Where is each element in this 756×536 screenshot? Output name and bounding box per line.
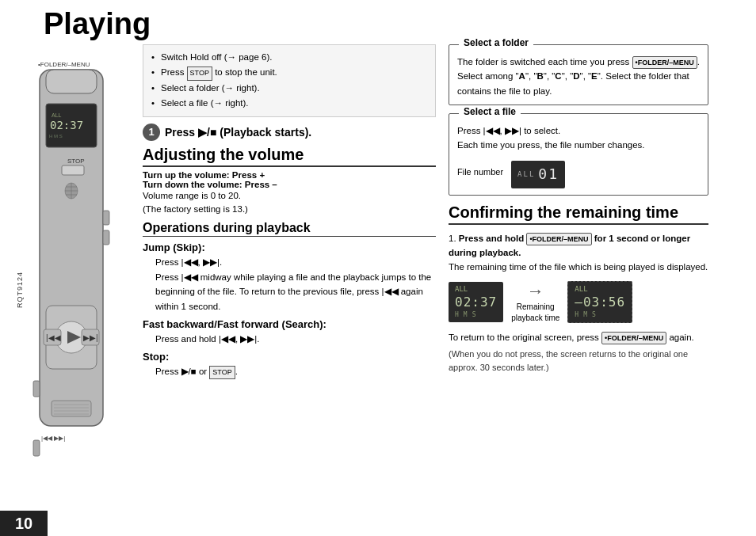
confirm-footer2: (When you do not press, the screen retur… <box>449 348 708 374</box>
svg-rect-15 <box>103 230 109 245</box>
operations-title: Operations during playback <box>143 221 436 237</box>
step-circle-1: 1 <box>143 124 160 141</box>
lcd-display-row: ALL 02:37 HMS → Remainingplayback time A… <box>449 281 708 324</box>
confirm-footer1: To return to the original screen, press … <box>449 330 708 344</box>
right-column: Select a folder The folder is switched e… <box>444 44 713 536</box>
jump-line1: Press |◀◀, ▶▶|. <box>143 255 436 269</box>
fast-title: Fast backward/Fast forward (Search): <box>143 318 436 330</box>
stop-icon: STOP <box>187 67 212 80</box>
select-file-box: Select a file Press |◀◀, ▶▶| to select. … <box>449 113 708 196</box>
file-prefix: ALL <box>517 169 535 180</box>
lcd1-top: ALL <box>455 285 497 295</box>
select-folder-box: Select a folder The folder is switched e… <box>449 44 708 105</box>
folder-box-title: Select a folder <box>459 37 533 48</box>
page: Playing RQT9124 •FOLDER/–MENU ALL 02: <box>0 0 756 536</box>
svg-text:STOP: STOP <box>67 158 85 165</box>
file-box-content: Press |◀◀, ▶▶| to select. Each time you … <box>449 114 708 195</box>
svg-rect-25 <box>33 381 40 397</box>
stop-title: Stop: <box>143 351 436 363</box>
svg-text:ALL: ALL <box>52 112 62 118</box>
page-number: 10 <box>0 511 48 536</box>
bullet-item-3: Select a folder (→ right). <box>151 81 427 97</box>
confirm-title: Confirming the remaining time <box>449 203 708 225</box>
file-number-label: File number <box>457 165 503 180</box>
jump-line2: Press |◀◀ midway while playing a file an… <box>143 270 436 314</box>
volume-line4: (The factory setting is 13.) <box>143 203 436 216</box>
lcd2-mid: –03:56 <box>575 295 625 311</box>
svg-text:|◀◀  ▶▶|: |◀◀ ▶▶| <box>41 435 65 442</box>
svg-text:02:37: 02:37 <box>50 119 83 131</box>
confirm-step: 1. Press and hold •FOLDER/–MENU for 1 se… <box>449 231 708 275</box>
device-image: •FOLDER/–MENU ALL 02:37 H M S STOP <box>24 52 127 474</box>
bullet-item-4: Select a file (→ right). <box>151 96 427 112</box>
volume-line1: Turn up the volume: Press + <box>143 170 436 180</box>
confirm-step-bold: Press and hold •FOLDER/–MENU for 1 secon… <box>449 234 690 257</box>
file-number-row: File number ALL 01 <box>457 158 700 188</box>
stop-line: Press ▶/■ or STOP. <box>143 364 436 378</box>
middle-column: Switch Hold off (→ page 6). Press STOP t… <box>135 44 444 536</box>
folder-menu-btn2: •FOLDER/–MENU <box>526 233 591 245</box>
folder-box-content: The folder is switched each time you pre… <box>449 45 708 105</box>
svg-rect-14 <box>103 211 109 225</box>
page-title: Playing <box>0 8 756 41</box>
arrow-right-icon: → <box>527 281 544 302</box>
svg-text:•FOLDER/–MENU: •FOLDER/–MENU <box>38 61 90 68</box>
lcd-display-2: ALL –03:56 HMS <box>567 281 632 323</box>
volume-line3: Volume range is 0 to 20. <box>143 189 436 203</box>
svg-rect-8 <box>62 165 84 175</box>
volume-line2: Turn down the volume: Press – <box>143 180 436 189</box>
jump-title: Jump (Skip): <box>143 241 436 253</box>
lcd1-bot: HMS <box>455 311 497 319</box>
volume-title: Adjusting the volume <box>143 146 436 167</box>
file-number: 01 <box>538 163 559 186</box>
stop-button-icon: STOP <box>209 366 235 378</box>
fast-line: Press and hold |◀◀, ▶▶|. <box>143 332 436 346</box>
folder-menu-button-icon: •FOLDER/–MENU <box>632 56 697 69</box>
folder-menu-btn3: •FOLDER/–MENU <box>601 332 666 344</box>
remaining-label: Remainingplayback time <box>511 302 559 324</box>
bullet-list: Switch Hold off (→ page 6). Press STOP t… <box>143 44 436 117</box>
arrow-label: → Remainingplayback time <box>511 281 559 324</box>
svg-rect-26 <box>33 440 40 456</box>
bullet-item-2: Press STOP to stop the unit. <box>151 65 427 81</box>
svg-rect-2 <box>46 70 97 93</box>
svg-text:▶▶|: ▶▶| <box>83 333 98 342</box>
lcd2-bot: HMS <box>575 311 625 319</box>
file-line2: Each time you press, the file number cha… <box>457 138 700 152</box>
confirm-step-label: 1. <box>449 234 456 243</box>
svg-text:|◀◀: |◀◀ <box>46 333 61 342</box>
step-1-row: 1 Press ▶/■ (Playback starts). <box>143 124 436 141</box>
step-1-text: Press ▶/■ (Playback starts). <box>165 126 311 139</box>
file-line1: Press |◀◀, ▶▶| to select. <box>457 124 700 138</box>
bullet-item-1: Switch Hold off (→ page 6). <box>151 50 427 66</box>
main-content: RQT9124 •FOLDER/–MENU ALL 02:37 H M S <box>0 44 756 536</box>
svg-text:H  M  S: H M S <box>49 134 63 139</box>
lcd-display-1: ALL 02:37 HMS <box>449 282 503 322</box>
file-box-title: Select a file <box>459 106 521 117</box>
rqt-label: RQT9124 <box>16 272 24 308</box>
file-number-display: ALL 01 <box>511 161 565 188</box>
lcd1-mid: 02:37 <box>455 295 497 311</box>
lcd2-top: ALL <box>575 285 625 295</box>
left-column: RQT9124 •FOLDER/–MENU ALL 02:37 H M S <box>0 44 135 536</box>
confirm-step-normal: The remaining time of the file which is … <box>449 262 708 272</box>
